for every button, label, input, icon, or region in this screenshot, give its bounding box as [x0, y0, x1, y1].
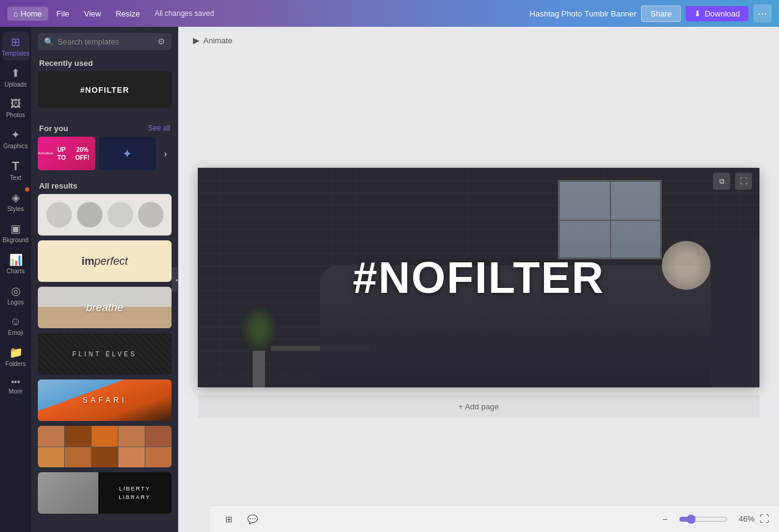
- canvas-main-text: #NOFILTER: [353, 253, 605, 303]
- list-item[interactable]: SAFARI: [38, 379, 172, 421]
- canvas-topbar: ▶ Animate: [178, 27, 779, 54]
- sidebar-item-background[interactable]: ▣ Bkground: [2, 218, 29, 247]
- page-settings-button[interactable]: ⊞: [220, 510, 238, 528]
- home-button[interactable]: ⌂ Home: [7, 7, 48, 21]
- for-you-title: For you See all: [32, 119, 178, 137]
- notes-icon: 💬: [247, 514, 258, 524]
- list-item[interactable]: [38, 194, 172, 235]
- minus-icon: −: [662, 514, 667, 524]
- search-icon: 🔍: [44, 37, 54, 46]
- nav-right-section: Hashtag Photo Tumblr Banner Share ⬇ Down…: [530, 4, 772, 23]
- list-item[interactable]: breathe: [38, 287, 172, 328]
- page-settings-icon: ⊞: [225, 514, 233, 524]
- download-button[interactable]: ⬇ Download: [686, 6, 748, 21]
- canvas-action-icons: ⧉ ⛶: [713, 173, 752, 190]
- text-icon: T: [12, 159, 19, 173]
- main-layout: ⊞ Templates ⬆ Uploads 🖼 Photos ✦ Graphic…: [0, 27, 779, 532]
- sidebar-item-graphics[interactable]: ✦ Graphics: [2, 124, 29, 153]
- sidebar-item-photos[interactable]: 🖼 Photos: [2, 94, 29, 122]
- home-icon: ⌂: [13, 9, 18, 18]
- logos-icon: ◎: [11, 284, 21, 298]
- template-panel: 🔍 ⚙ Recently used #NOFILTER For you See …: [32, 27, 178, 532]
- sidebar-item-folders[interactable]: 📁 Folders: [2, 342, 29, 371]
- all-results-section: imperfect breathe FLINT ELVES: [32, 194, 178, 514]
- zoom-slider[interactable]: [679, 514, 728, 524]
- search-input[interactable]: [57, 37, 154, 46]
- for-you-dark-item[interactable]: ✦: [99, 137, 156, 170]
- graphics-icon: ✦: [11, 128, 20, 142]
- notes-button[interactable]: 💬: [243, 510, 261, 528]
- canvas-copy-button[interactable]: ⧉: [713, 173, 730, 190]
- canvas-card[interactable]: #NOFILTER ⧉ ⛶: [198, 168, 759, 387]
- canvas-area: ▶ Animate: [178, 27, 779, 532]
- resize-menu-button[interactable]: Resize: [109, 7, 146, 21]
- filter-button[interactable]: ⚙: [158, 37, 165, 46]
- fullscreen-button[interactable]: ⛶: [759, 514, 769, 525]
- for-you-row: Artrobus UP TO 20% OFF! ✦ ›: [32, 137, 178, 176]
- templates-icon: ⊞: [11, 35, 20, 49]
- bottom-bar: ⊞ 💬 − 46% ⛶: [210, 505, 779, 532]
- list-item[interactable]: [38, 426, 172, 467]
- search-box: 🔍 ⚙: [38, 33, 172, 50]
- sidebar-item-text[interactable]: T Text: [2, 156, 29, 185]
- save-status: All changes saved: [154, 9, 214, 18]
- styles-icon: ◈: [12, 191, 20, 204]
- icon-sidebar: ⊞ Templates ⬆ Uploads 🖼 Photos ✦ Graphic…: [0, 27, 32, 532]
- more-options-button[interactable]: ⋯: [753, 4, 772, 23]
- canvas-expand-button[interactable]: ⛶: [735, 173, 752, 190]
- sidebar-item-templates[interactable]: ⊞ Templates: [2, 32, 29, 60]
- file-menu-button[interactable]: File: [51, 7, 76, 21]
- list-item[interactable]: imperfect: [38, 240, 172, 282]
- recently-used-section: #NOFILTER: [32, 71, 178, 119]
- animate-icon: ▶: [193, 35, 200, 45]
- charts-icon: 📊: [9, 253, 23, 267]
- photos-icon: 🖼: [10, 98, 21, 110]
- panel-collapse-handle[interactable]: ◀: [172, 267, 178, 292]
- for-you-promo-item[interactable]: Artrobus UP TO 20% OFF!: [38, 137, 95, 170]
- sidebar-item-more[interactable]: ••• More: [2, 373, 29, 398]
- sidebar-item-logos[interactable]: ◎ Logos: [2, 281, 29, 309]
- zoom-level: 46%: [733, 514, 755, 523]
- for-you-next-button[interactable]: ›: [159, 148, 172, 160]
- top-navigation: ⌂ Home File View Resize All changes save…: [0, 0, 779, 27]
- zoom-controls: − 46% ⛶: [656, 510, 769, 528]
- add-page-button[interactable]: + Add page: [198, 395, 759, 418]
- see-all-link[interactable]: See all: [148, 124, 170, 132]
- folders-icon: 📁: [9, 346, 23, 359]
- share-button[interactable]: Share: [641, 5, 681, 22]
- list-item[interactable]: LIBERTYLIBRARY: [38, 472, 172, 514]
- background-icon: ▣: [10, 222, 21, 235]
- zoom-out-button[interactable]: −: [656, 510, 674, 528]
- emoji-icon: ☺: [10, 315, 21, 328]
- recent-template-thumb[interactable]: #NOFILTER: [38, 71, 172, 108]
- sidebar-item-styles[interactable]: ◈ Styles: [2, 187, 29, 216]
- animate-button[interactable]: ▶ Animate: [188, 33, 237, 48]
- fullscreen-icon: ⛶: [759, 514, 769, 524]
- document-title: Hashtag Photo Tumblr Banner: [530, 9, 637, 18]
- canvas-wrapper: #NOFILTER ⧉ ⛶ + Add page: [186, 54, 772, 532]
- sidebar-item-emoji[interactable]: ☺ Emoji: [2, 312, 29, 340]
- recently-used-title: Recently used: [32, 54, 178, 71]
- view-menu-button[interactable]: View: [78, 7, 107, 21]
- sidebar-item-uploads[interactable]: ⬆ Uploads: [2, 63, 29, 92]
- template-search-container: 🔍 ⚙: [32, 27, 178, 54]
- download-icon: ⬇: [694, 9, 701, 18]
- list-item[interactable]: FLINT ELVES: [38, 333, 172, 375]
- all-results-title: All results: [32, 176, 178, 194]
- sidebar-item-charts[interactable]: 📊 Charts: [2, 250, 29, 278]
- uploads-icon: ⬆: [11, 66, 20, 80]
- more-icon: •••: [11, 377, 20, 387]
